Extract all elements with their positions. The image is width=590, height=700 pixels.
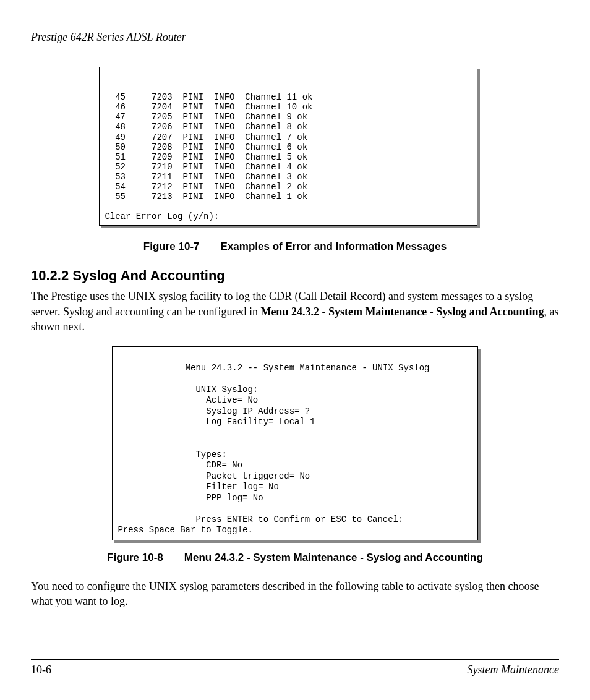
page-number: 10-6 bbox=[31, 664, 51, 677]
toggle-line: Press Space Bar to Toggle. bbox=[118, 525, 252, 535]
error-log-box: 45 7203 PINI INFO Channel 11 ok 46 7204 … bbox=[99, 67, 477, 226]
figure-10-7-caption: Figure 10-7 Examples of Error and Inform… bbox=[31, 241, 559, 253]
syslog-menu-box: Menu 24.3.2 -- System Maintenance - UNIX… bbox=[112, 346, 478, 540]
unix-syslog-label: UNIX Syslog: bbox=[195, 385, 258, 395]
figure-10-8-caption: Figure 10-8 Menu 24.3.2 - System Mainten… bbox=[31, 552, 559, 564]
para1-bold: Menu 24.3.2 - System Maintenance - Syslo… bbox=[260, 305, 544, 318]
section-heading-10-2-2: 10.2.2 Syslog And Accounting bbox=[31, 268, 559, 284]
footer-section: System Maintenance bbox=[468, 664, 559, 677]
header-title: Prestige 642R Series ADSL Router bbox=[31, 31, 186, 43]
unix-syslog-lines: Active= No Syslog IP Address= ? Log Faci… bbox=[113, 395, 315, 427]
confirm-line: Press ENTER to Confirm or ESC to Cancel: bbox=[195, 514, 403, 524]
types-lines: CDR= No Packet triggered= No Filter log=… bbox=[113, 460, 310, 503]
page: Prestige 642R Series ADSL Router 45 7203… bbox=[0, 0, 590, 700]
syslog-config-paragraph: You need to configure the UNIX syslog pa… bbox=[31, 579, 559, 609]
types-label: Types: bbox=[195, 450, 226, 459]
page-footer: 10-6 System Maintenance bbox=[31, 659, 559, 677]
menu-title: Menu 24.3.2 -- System Maintenance - UNIX… bbox=[186, 363, 430, 373]
clear-prompt: Clear Error Log (y/n): bbox=[105, 211, 219, 221]
log-block: 45 7203 PINI INFO Channel 11 ok 46 7204 … bbox=[100, 92, 312, 202]
page-header: Prestige 642R Series ADSL Router bbox=[31, 31, 559, 48]
syslog-intro-paragraph: The Prestige uses the UNIX syslog facili… bbox=[31, 289, 559, 334]
